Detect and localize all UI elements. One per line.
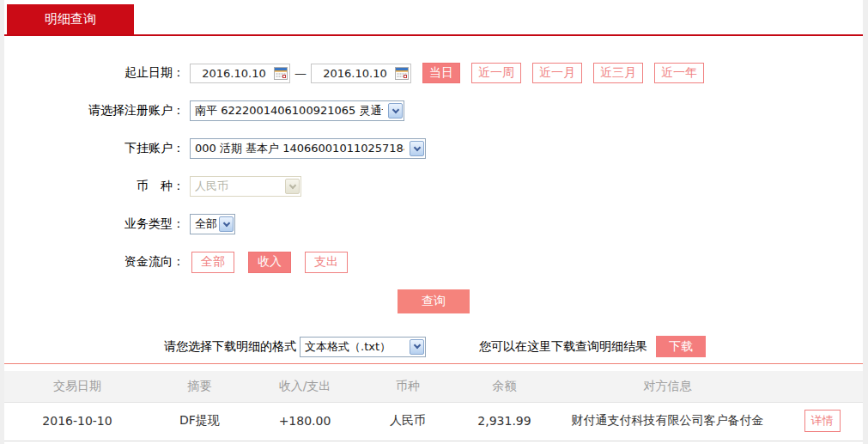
quick-range-quarter-button[interactable]: 近三月	[593, 63, 643, 83]
form-row-currency: 币 种： 人民币	[4, 176, 863, 197]
query-button[interactable]: 查询	[398, 289, 470, 313]
calendar-icon[interactable]	[395, 67, 409, 80]
register-account-label: 请选择注册账户：	[4, 103, 185, 119]
quick-range-month-button[interactable]: 近一月	[532, 63, 582, 83]
form-row-fund-flow: 资金流向： 全部 收入 支出	[4, 252, 863, 272]
result-separator	[4, 363, 863, 364]
chevron-down-icon	[388, 103, 403, 119]
query-button-row: 查询	[4, 289, 863, 313]
header-income-expense: 收入/支出	[249, 371, 361, 402]
fund-flow-income-button[interactable]: 收入	[248, 252, 291, 273]
header-currency: 币种	[361, 371, 455, 402]
fund-flow-label: 资金流向：	[4, 254, 185, 270]
tab-detail-query[interactable]: 明细查询	[7, 4, 134, 34]
cell-trade-date: 2016-10-10	[4, 402, 150, 440]
download-hint-text: 您可以在这里下载查询明细结果	[479, 339, 647, 355]
form-row-business-type: 业务类型： 全部	[4, 214, 863, 234]
chevron-down-icon	[410, 339, 424, 355]
business-type-label: 业务类型：	[4, 216, 185, 232]
calendar-icon[interactable]	[274, 67, 288, 80]
cell-counterparty: 财付通支付科技有限公司客户备付金	[554, 402, 781, 440]
download-format-value: 文本格式（.txt）	[305, 339, 404, 355]
cell-amount: +180.00	[249, 402, 361, 440]
chevron-down-icon	[285, 179, 300, 194]
cell-currency: 人民币	[361, 402, 455, 440]
form-row-date-range: 起止日期： 2016.10.10	[4, 63, 863, 83]
chevron-down-icon	[219, 216, 234, 232]
currency-select: 人民币	[190, 176, 301, 197]
tab-bar: 明细查询	[4, 0, 863, 36]
date-separator: —	[294, 66, 307, 80]
sub-account-select[interactable]: 000 活期 基本户 1406600101102571848	[190, 138, 426, 159]
start-date-input[interactable]: 2016.10.10	[190, 64, 290, 83]
fund-flow-all-button[interactable]: 全部	[191, 252, 234, 273]
quick-range-today-button[interactable]: 当日	[422, 63, 460, 83]
register-account-select[interactable]: 南平 6222001406100921065 灵通卡	[190, 100, 404, 121]
table-row: 2016-10-10 DF提现 +180.00 人民币 2,931.99 财付通…	[4, 402, 863, 440]
header-actions	[781, 371, 863, 402]
download-format-label: 请您选择下载明细的格式	[164, 339, 296, 355]
header-balance: 余额	[455, 371, 554, 402]
download-format-select[interactable]: 文本格式（.txt）	[300, 337, 426, 357]
sub-account-value: 000 活期 基本户 1406600101102571848	[195, 141, 404, 156]
header-summary: 摘要	[150, 371, 249, 402]
transactions-table: 交易日期 摘要 收入/支出 币种 余额 对方信息 2016-10-10 DF提现…	[4, 371, 863, 440]
cell-summary: DF提现	[150, 402, 249, 440]
download-button[interactable]: 下载	[656, 336, 706, 357]
currency-value: 人民币	[195, 179, 280, 194]
table-header: 交易日期 摘要 收入/支出 币种 余额 对方信息	[4, 371, 863, 402]
sub-account-label: 下挂账户：	[4, 141, 185, 156]
fund-flow-expense-button[interactable]: 支出	[305, 252, 348, 273]
form-row-sub-account: 下挂账户： 000 活期 基本户 1406600101102571848	[4, 138, 863, 159]
start-date-value: 2016.10.10	[194, 67, 274, 80]
currency-label: 币 种：	[4, 179, 185, 194]
header-counterparty: 对方信息	[554, 371, 781, 402]
register-account-value: 南平 6222001406100921065 灵通卡	[195, 103, 383, 119]
business-type-value: 全部	[195, 216, 217, 232]
quick-range-week-button[interactable]: 近一周	[471, 63, 521, 83]
detail-button[interactable]: 详情	[804, 410, 841, 432]
date-range-label: 起止日期：	[4, 65, 185, 81]
form-row-register-account: 请选择注册账户： 南平 6222001406100921065 灵通卡	[4, 100, 863, 121]
header-trade-date: 交易日期	[4, 371, 150, 402]
quick-range-year-button[interactable]: 近一年	[654, 63, 704, 83]
end-date-value: 2016.10.10	[315, 67, 395, 80]
cell-actions: 详情	[781, 402, 863, 440]
business-type-select[interactable]: 全部	[190, 214, 235, 234]
cell-balance: 2,931.99	[455, 402, 554, 440]
chevron-down-icon	[410, 141, 424, 156]
content-panel: 明细查询 起止日期： 2016.10.10	[4, 0, 863, 444]
download-row: 请您选择下载明细的格式 文本格式（.txt） 您可以在这里下载查询明细结果 下载	[4, 336, 863, 357]
query-form: 起止日期： 2016.10.10	[4, 36, 863, 357]
tab-label: 明细查询	[45, 11, 96, 27]
end-date-input[interactable]: 2016.10.10	[311, 64, 411, 83]
